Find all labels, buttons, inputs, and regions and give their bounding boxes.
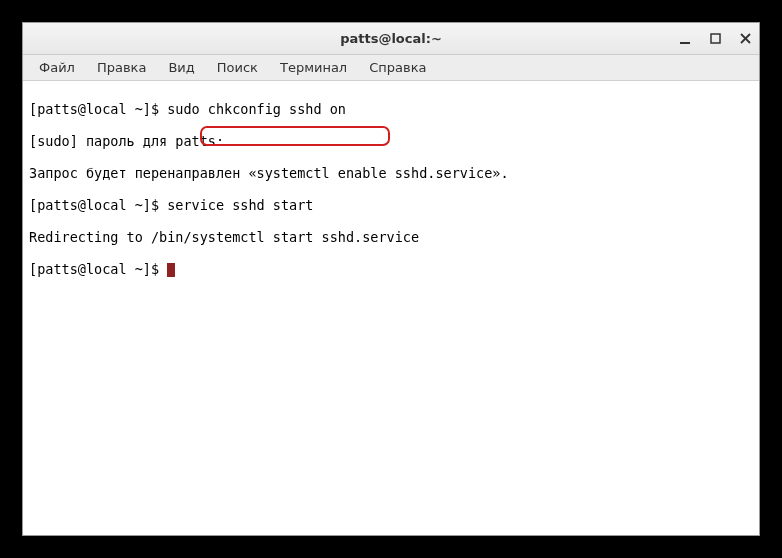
- menubar: Файл Правка Вид Поиск Терминал Справка: [23, 55, 759, 81]
- terminal-window: patts@local:~ Файл Правка Вид Поиск Терм…: [22, 22, 760, 536]
- minimize-button[interactable]: [677, 31, 693, 47]
- terminal-line: [patts@local ~]$ service sshd start: [29, 197, 753, 213]
- svg-rect-0: [680, 42, 690, 44]
- terminal-line: Redirecting to /bin/systemctl start sshd…: [29, 229, 753, 245]
- titlebar-controls: [677, 31, 753, 47]
- svg-rect-1: [711, 34, 720, 43]
- terminal-line: [sudo] пароль для patts:: [29, 133, 753, 149]
- menu-file[interactable]: Файл: [29, 58, 85, 77]
- cursor: [167, 263, 175, 277]
- terminal-line: Запрос будет перенаправлен «systemctl en…: [29, 165, 753, 181]
- maximize-icon: [710, 33, 721, 44]
- titlebar: patts@local:~: [23, 23, 759, 55]
- maximize-button[interactable]: [707, 31, 723, 47]
- terminal-prompt-line: [patts@local ~]$: [29, 261, 753, 277]
- menu-edit[interactable]: Правка: [87, 58, 156, 77]
- close-icon: [740, 33, 751, 44]
- menu-search[interactable]: Поиск: [207, 58, 268, 77]
- terminal-prompt: [patts@local ~]$: [29, 261, 167, 277]
- terminal-output[interactable]: [patts@local ~]$ sudo chkconfig sshd on …: [23, 81, 759, 535]
- terminal-line: [patts@local ~]$ sudo chkconfig sshd on: [29, 101, 753, 117]
- minimize-icon: [679, 33, 691, 45]
- window-title: patts@local:~: [340, 31, 442, 46]
- menu-help[interactable]: Справка: [359, 58, 436, 77]
- menu-view[interactable]: Вид: [158, 58, 204, 77]
- close-button[interactable]: [737, 31, 753, 47]
- menu-terminal[interactable]: Терминал: [270, 58, 357, 77]
